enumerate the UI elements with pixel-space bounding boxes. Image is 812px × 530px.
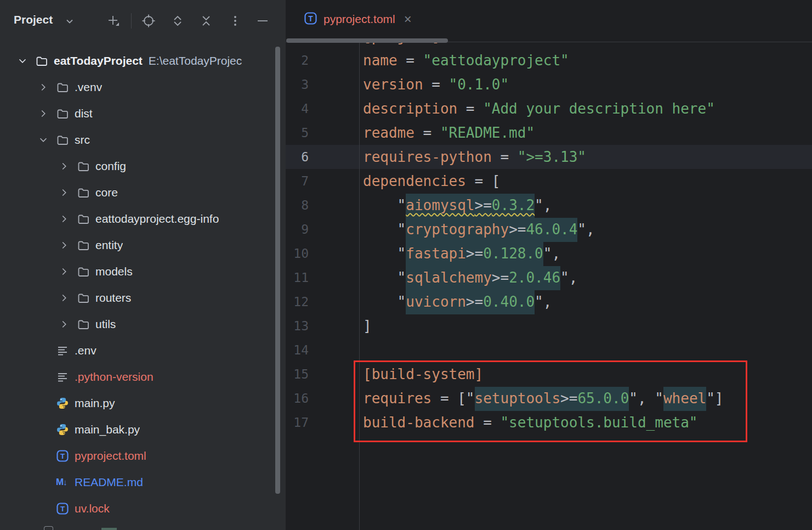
tab-pyproject-toml[interactable]: T pyproject.toml ×	[286, 0, 412, 38]
chevron-right-icon[interactable]	[58, 212, 77, 225]
chevron-right-icon[interactable]	[58, 186, 77, 199]
project-panel-title[interactable]: Project	[14, 13, 53, 26]
folder-icon	[77, 318, 95, 331]
code-line-9[interactable]: 9 "cryptography>=46.0.4",	[286, 217, 812, 241]
chevron-down-icon[interactable]	[65, 16, 75, 29]
code-line-15[interactable]: 15[build-system]	[286, 362, 812, 386]
line-number[interactable]: 8	[286, 193, 359, 217]
code-line-13[interactable]: 13]	[286, 314, 812, 338]
editor-area[interactable]: 1[project]2name = "eattodayproject"3vers…	[286, 0, 812, 530]
line-number[interactable]: 2	[286, 48, 359, 72]
chevron-down-icon[interactable]	[37, 133, 56, 146]
chevron-right-icon[interactable]	[58, 239, 77, 252]
line-number[interactable]: 16	[286, 386, 359, 410]
code-line-16[interactable]: 16requires = ["setuptools>=65.0.0", "whe…	[286, 386, 812, 410]
tree-item-routers[interactable]: routers	[0, 285, 286, 311]
code-line-8[interactable]: 8 "aiomysql>=0.3.2",	[286, 193, 812, 217]
line-number[interactable]: 13	[286, 314, 359, 338]
code-line-10[interactable]: 10 "fastapi>=0.128.0",	[286, 241, 812, 266]
tree-item-config[interactable]: config	[0, 153, 286, 179]
code-token: sqlalchemy	[406, 266, 492, 290]
chevron-right-icon[interactable]	[58, 265, 77, 278]
line-number[interactable]: 6	[286, 145, 359, 169]
code-token: cryptography	[406, 218, 509, 242]
folder-icon	[77, 265, 95, 278]
code-token: =	[423, 76, 449, 93]
tree-item-readme-md[interactable]: M↓README.md	[0, 469, 286, 495]
more-icon[interactable]	[228, 14, 242, 28]
collapse-all-icon[interactable]	[199, 14, 213, 28]
code-text: [build-system]	[359, 362, 812, 386]
code-token: ",	[535, 197, 552, 213]
tree-item-core[interactable]: core	[0, 179, 286, 206]
line-number[interactable]: 14	[286, 338, 359, 362]
line-number[interactable]: 17	[286, 410, 359, 435]
line-number[interactable]: 9	[286, 217, 359, 241]
chevron-right-icon[interactable]	[37, 107, 56, 120]
code-line-11[interactable]: 11 "sqlalchemy>=2.0.46",	[286, 266, 812, 290]
code-text: ]	[359, 314, 812, 338]
code-text: version = "0.1.0"	[359, 72, 812, 97]
tree-item-models[interactable]: models	[0, 258, 286, 285]
code-text: "aiomysql>=0.3.2",	[359, 193, 812, 217]
tree-item-label: routers	[95, 291, 131, 305]
tree-item-entity[interactable]: entity	[0, 232, 286, 258]
code-text: requires = ["setuptools>=65.0.0", "wheel…	[359, 386, 812, 410]
line-number[interactable]: 3	[286, 72, 359, 97]
tree-item-eattodayproject-egg-info[interactable]: eattodayproject.egg-info	[0, 206, 286, 232]
code-token: =	[398, 52, 423, 69]
chevron-down-icon[interactable]	[16, 54, 35, 67]
line-number[interactable]: 12	[286, 290, 359, 314]
tree-item-src[interactable]: src	[0, 127, 286, 153]
chevron-right-icon[interactable]	[58, 160, 77, 173]
code-line-6[interactable]: 6requires-python = ">=3.13"	[286, 145, 812, 169]
code-line-7[interactable]: 7dependencies = [	[286, 169, 812, 193]
code-text: description = "Add your description here…	[359, 97, 812, 121]
tree-item-python-version[interactable]: .python-version	[0, 364, 286, 390]
code-line-12[interactable]: 12 "uvicorn>=0.40.0",	[286, 290, 812, 314]
code-token: ",	[535, 294, 552, 310]
line-number[interactable]: 7	[286, 169, 359, 193]
tree-item-eattodayproject[interactable]: eatTodayProjectE:\eatTodayProjec	[0, 48, 286, 74]
code-token: ", "	[629, 390, 663, 407]
code-line-17[interactable]: 17build-backend = "setuptools.build_meta…	[286, 410, 812, 435]
locate-icon[interactable]	[141, 14, 156, 28]
folder-icon	[77, 291, 95, 305]
hide-panel-icon[interactable]	[255, 14, 270, 28]
plus-icon[interactable]	[106, 14, 121, 28]
code-line-5[interactable]: 5readme = "README.md"	[286, 121, 812, 145]
code-line-3[interactable]: 3version = "0.1.0"	[286, 72, 812, 97]
line-number[interactable]: 11	[286, 266, 359, 290]
tree-item-label: .venv	[75, 81, 102, 94]
code-token: ",	[543, 245, 560, 262]
project-panel: Project eatTodayProjec	[0, 0, 286, 530]
line-number[interactable]: 15	[286, 362, 359, 386]
expand-all-icon[interactable]	[171, 14, 185, 28]
tree-item-main-py[interactable]: main.py	[0, 390, 286, 416]
line-number[interactable]: 5	[286, 121, 359, 145]
code-token: wheel	[663, 387, 706, 411]
code-token: requires	[363, 390, 431, 407]
tree-item-venv[interactable]: .venv	[0, 74, 286, 100]
code-line-2[interactable]: 2name = "eattodayproject"	[286, 48, 812, 72]
partial-tree-row-icon	[44, 526, 53, 530]
chevron-right-icon[interactable]	[37, 81, 56, 94]
tree-item-pyproject-toml[interactable]: Tpyproject.toml	[0, 443, 286, 469]
tree-item-env[interactable]: .env	[0, 337, 286, 364]
code-line-14[interactable]: 14	[286, 338, 812, 362]
tree-item-path-hint: E:\eatTodayProjec	[149, 54, 242, 67]
line-number[interactable]: 10	[286, 241, 359, 266]
chevron-right-icon[interactable]	[58, 318, 77, 331]
code-token: "	[363, 221, 406, 238]
tree-item-uv-lock[interactable]: Tuv.lock	[0, 495, 286, 522]
tree-item-utils[interactable]: utils	[0, 311, 286, 337]
code-token: =	[457, 100, 483, 117]
tree-scrollbar[interactable]	[275, 47, 280, 494]
line-number[interactable]: 4	[286, 97, 359, 121]
code-line-4[interactable]: 4description = "Add your description her…	[286, 97, 812, 121]
tree-item-dist[interactable]: dist	[0, 100, 286, 127]
chevron-right-icon[interactable]	[58, 291, 77, 305]
svg-text:T: T	[308, 14, 313, 22]
close-icon[interactable]: ×	[404, 13, 412, 26]
tree-item-main-bak-py[interactable]: main_bak.py	[0, 416, 286, 443]
